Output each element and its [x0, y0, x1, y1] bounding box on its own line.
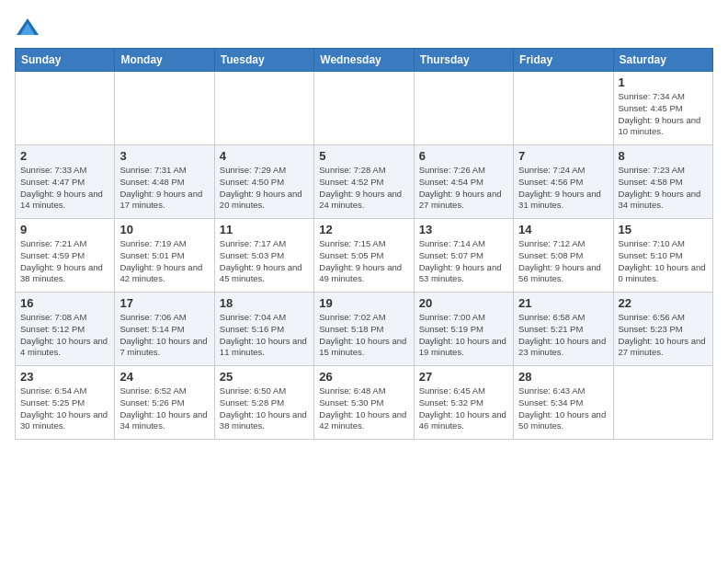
calendar-cell: 25Sunrise: 6:50 AM Sunset: 5:28 PM Dayli… — [214, 366, 313, 440]
calendar-week-row: 9Sunrise: 7:21 AM Sunset: 4:59 PM Daylig… — [16, 219, 713, 293]
day-number: 4 — [220, 149, 309, 163]
calendar-cell: 6Sunrise: 7:26 AM Sunset: 4:54 PM Daylig… — [414, 145, 513, 219]
calendar-cell: 13Sunrise: 7:14 AM Sunset: 5:07 PM Dayli… — [414, 219, 513, 293]
calendar-cell: 8Sunrise: 7:23 AM Sunset: 4:58 PM Daylig… — [613, 145, 712, 219]
day-number: 15 — [619, 223, 708, 236]
day-info: Sunrise: 6:58 AM Sunset: 5:21 PM Dayligh… — [518, 312, 608, 359]
day-info: Sunrise: 6:56 AM Sunset: 5:23 PM Dayligh… — [619, 312, 708, 359]
day-info: Sunrise: 7:04 AM Sunset: 5:16 PM Dayligh… — [220, 312, 309, 359]
logo — [15, 15, 44, 40]
day-info: Sunrise: 7:17 AM Sunset: 5:03 PM Dayligh… — [220, 238, 309, 285]
day-info: Sunrise: 7:21 AM Sunset: 4:59 PM Dayligh… — [20, 238, 109, 285]
calendar-cell: 27Sunrise: 6:45 AM Sunset: 5:32 PM Dayli… — [414, 366, 513, 440]
day-info: Sunrise: 6:43 AM Sunset: 5:34 PM Dayligh… — [518, 385, 608, 432]
day-info: Sunrise: 7:28 AM Sunset: 4:52 PM Dayligh… — [319, 165, 408, 212]
day-number: 25 — [220, 370, 309, 384]
calendar-cell: 10Sunrise: 7:19 AM Sunset: 5:01 PM Dayli… — [115, 219, 214, 293]
calendar-cell — [115, 72, 214, 145]
day-number: 1 — [619, 75, 708, 89]
calendar-cell: 16Sunrise: 7:08 AM Sunset: 5:12 PM Dayli… — [16, 293, 115, 366]
day-info: Sunrise: 7:24 AM Sunset: 4:56 PM Dayligh… — [518, 165, 608, 212]
calendar-cell: 19Sunrise: 7:02 AM Sunset: 5:18 PM Dayli… — [314, 293, 414, 366]
day-info: Sunrise: 7:08 AM Sunset: 5:12 PM Dayligh… — [20, 312, 109, 359]
day-number: 20 — [419, 296, 508, 310]
calendar-cell: 5Sunrise: 7:28 AM Sunset: 4:52 PM Daylig… — [314, 145, 414, 219]
day-number: 2 — [20, 149, 109, 163]
calendar-cell: 18Sunrise: 7:04 AM Sunset: 5:16 PM Dayli… — [214, 293, 313, 366]
calendar-header-row: SundayMondayTuesdayWednesdayThursdayFrid… — [16, 49, 713, 72]
day-number: 7 — [518, 149, 608, 163]
calendar-cell: 24Sunrise: 6:52 AM Sunset: 5:26 PM Dayli… — [115, 366, 214, 440]
calendar-week-row: 1Sunrise: 7:34 AM Sunset: 4:45 PM Daylig… — [16, 72, 713, 145]
day-info: Sunrise: 6:54 AM Sunset: 5:25 PM Dayligh… — [20, 385, 109, 432]
day-number: 5 — [319, 149, 408, 163]
day-info: Sunrise: 7:26 AM Sunset: 4:54 PM Dayligh… — [419, 165, 508, 212]
calendar-cell: 12Sunrise: 7:15 AM Sunset: 5:05 PM Dayli… — [314, 219, 414, 293]
day-info: Sunrise: 6:48 AM Sunset: 5:30 PM Dayligh… — [319, 385, 408, 432]
day-info: Sunrise: 7:15 AM Sunset: 5:05 PM Dayligh… — [319, 238, 408, 285]
calendar-cell: 3Sunrise: 7:31 AM Sunset: 4:48 PM Daylig… — [115, 145, 214, 219]
day-number: 16 — [20, 296, 109, 310]
day-info: Sunrise: 7:34 AM Sunset: 4:45 PM Dayligh… — [619, 91, 708, 138]
day-info: Sunrise: 7:31 AM Sunset: 4:48 PM Dayligh… — [119, 165, 209, 212]
calendar-cell — [514, 72, 613, 145]
calendar-cell: 22Sunrise: 6:56 AM Sunset: 5:23 PM Dayli… — [613, 293, 712, 366]
day-number: 6 — [419, 149, 508, 163]
calendar-cell: 28Sunrise: 6:43 AM Sunset: 5:34 PM Dayli… — [514, 366, 613, 440]
day-number: 13 — [419, 223, 508, 236]
day-info: Sunrise: 7:23 AM Sunset: 4:58 PM Dayligh… — [619, 165, 708, 212]
day-number: 14 — [518, 223, 608, 236]
day-info: Sunrise: 7:12 AM Sunset: 5:08 PM Dayligh… — [518, 238, 608, 285]
day-info: Sunrise: 6:52 AM Sunset: 5:26 PM Dayligh… — [119, 385, 209, 432]
day-number: 9 — [20, 223, 109, 236]
day-info: Sunrise: 7:33 AM Sunset: 4:47 PM Dayligh… — [20, 165, 109, 212]
day-number: 26 — [319, 370, 408, 384]
day-number: 22 — [619, 296, 708, 310]
col-header-monday: Monday — [115, 49, 214, 72]
day-info: Sunrise: 6:50 AM Sunset: 5:28 PM Dayligh… — [220, 385, 309, 432]
col-header-friday: Friday — [514, 49, 613, 72]
calendar-cell: 20Sunrise: 7:00 AM Sunset: 5:19 PM Dayli… — [414, 293, 513, 366]
calendar-cell — [414, 72, 513, 145]
day-number: 27 — [419, 370, 508, 384]
col-header-thursday: Thursday — [414, 49, 513, 72]
day-number: 19 — [319, 296, 408, 310]
calendar-cell: 1Sunrise: 7:34 AM Sunset: 4:45 PM Daylig… — [613, 72, 712, 145]
calendar-cell — [214, 72, 313, 145]
day-number: 11 — [220, 223, 309, 236]
day-number: 18 — [220, 296, 309, 310]
day-info: Sunrise: 7:19 AM Sunset: 5:01 PM Dayligh… — [119, 238, 209, 285]
calendar-cell: 9Sunrise: 7:21 AM Sunset: 4:59 PM Daylig… — [16, 219, 115, 293]
col-header-wednesday: Wednesday — [314, 49, 414, 72]
col-header-saturday: Saturday — [613, 49, 712, 72]
day-number: 28 — [518, 370, 608, 384]
calendar-cell: 23Sunrise: 6:54 AM Sunset: 5:25 PM Dayli… — [16, 366, 115, 440]
calendar-cell — [613, 366, 712, 440]
day-number: 23 — [20, 370, 109, 384]
calendar-table: SundayMondayTuesdayWednesdayThursdayFrid… — [15, 48, 713, 440]
calendar-week-row: 2Sunrise: 7:33 AM Sunset: 4:47 PM Daylig… — [16, 145, 713, 219]
calendar-cell: 15Sunrise: 7:10 AM Sunset: 5:10 PM Dayli… — [613, 219, 712, 293]
col-header-sunday: Sunday — [16, 49, 115, 72]
day-number: 17 — [119, 296, 209, 310]
calendar-cell: 11Sunrise: 7:17 AM Sunset: 5:03 PM Dayli… — [214, 219, 313, 293]
calendar-cell: 17Sunrise: 7:06 AM Sunset: 5:14 PM Dayli… — [115, 293, 214, 366]
calendar-cell: 14Sunrise: 7:12 AM Sunset: 5:08 PM Dayli… — [514, 219, 613, 293]
day-info: Sunrise: 7:06 AM Sunset: 5:14 PM Dayligh… — [119, 312, 209, 359]
day-number: 21 — [518, 296, 608, 310]
calendar-cell: 4Sunrise: 7:29 AM Sunset: 4:50 PM Daylig… — [214, 145, 313, 219]
day-info: Sunrise: 7:14 AM Sunset: 5:07 PM Dayligh… — [419, 238, 508, 285]
day-number: 10 — [119, 223, 209, 236]
calendar-cell: 7Sunrise: 7:24 AM Sunset: 4:56 PM Daylig… — [514, 145, 613, 219]
calendar-cell: 2Sunrise: 7:33 AM Sunset: 4:47 PM Daylig… — [16, 145, 115, 219]
day-number: 8 — [619, 149, 708, 163]
calendar-cell — [314, 72, 414, 145]
calendar-cell: 26Sunrise: 6:48 AM Sunset: 5:30 PM Dayli… — [314, 366, 414, 440]
day-info: Sunrise: 6:45 AM Sunset: 5:32 PM Dayligh… — [419, 385, 508, 432]
col-header-tuesday: Tuesday — [214, 49, 313, 72]
calendar-cell — [16, 72, 115, 145]
day-info: Sunrise: 7:02 AM Sunset: 5:18 PM Dayligh… — [319, 312, 408, 359]
day-number: 3 — [119, 149, 209, 163]
calendar-week-row: 16Sunrise: 7:08 AM Sunset: 5:12 PM Dayli… — [16, 293, 713, 366]
day-info: Sunrise: 7:29 AM Sunset: 4:50 PM Dayligh… — [220, 165, 309, 212]
